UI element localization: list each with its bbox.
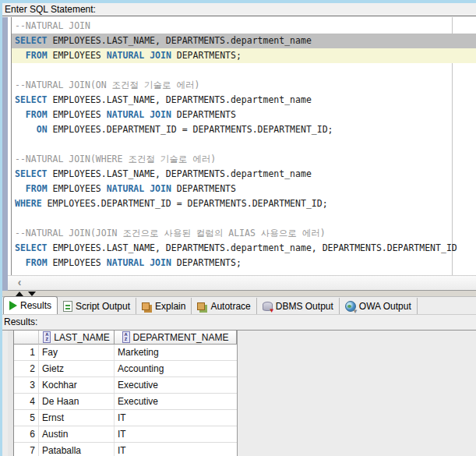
row-number-cell[interactable]: 4 xyxy=(14,394,39,409)
code-line[interactable]: ON EMPLOYEES.DEPARTMENT_ID = DEPARTMENTS… xyxy=(12,122,476,137)
sql-text: DEPARTMENTS xyxy=(171,183,236,194)
sql-text: DEPARTMENTS xyxy=(171,109,236,120)
column-header-department_name[interactable]: AZDEPARTMENT_NAME xyxy=(115,331,237,345)
sql-text: EMPLOYEES xyxy=(48,109,107,120)
code-line[interactable]: FROM EMPLOYEES NATURAL JOIN DEPARTMENTS xyxy=(12,108,476,122)
grid-header-row: AZLAST_NAMEAZDEPARTMENT_NAME xyxy=(14,331,237,345)
autotrace-icon xyxy=(197,302,205,310)
sql-text xyxy=(15,50,26,61)
sql-text: EMPLOYEES xyxy=(48,257,107,268)
tab-label: DBMS Output xyxy=(276,301,333,312)
tab-dbms-output[interactable]: DBMS Output xyxy=(257,298,340,314)
row-number-cell[interactable]: 2 xyxy=(14,361,39,376)
code-line[interactable]: SELECT EMPLOYEES.LAST_NAME, DEPARTMENTS.… xyxy=(12,241,476,256)
row-number-cell[interactable]: 5 xyxy=(14,410,39,426)
code-line[interactable]: WHERE EMPLOYEES.DEPARTMENT_ID = DEPARTME… xyxy=(12,196,476,211)
row-number-cell[interactable]: 1 xyxy=(14,345,39,360)
department-name-cell[interactable]: IT xyxy=(115,443,237,456)
sql-keyword: FROM xyxy=(26,50,48,61)
dbms-icon xyxy=(263,302,273,311)
table-row[interactable]: 2GietzAccounting xyxy=(14,361,237,377)
sql-keyword: ON xyxy=(37,124,48,135)
code-line[interactable]: FROM EMPLOYEES NATURAL JOIN DEPARTMENTS; xyxy=(12,256,476,270)
sql-keyword: JOIN xyxy=(150,183,171,194)
tab-results[interactable]: Results xyxy=(3,296,58,314)
row-number-cell[interactable]: 6 xyxy=(14,426,39,442)
code-line[interactable] xyxy=(12,137,476,152)
code-line[interactable]: --NATURAL JOIN(JOIN 조건으로 사용된 컬럼의 ALIAS 사… xyxy=(12,226,476,241)
code-line[interactable] xyxy=(12,63,476,78)
row-number-cell[interactable]: 7 xyxy=(14,443,39,456)
last-name-cell[interactable]: Pataballa xyxy=(39,443,115,456)
column-header-label: DEPARTMENT_NAME xyxy=(133,332,229,343)
sql-text: EMPLOYEES.LAST_NAME, DEPARTMENTS.departm… xyxy=(48,35,312,46)
sql-keyword: JOIN xyxy=(150,109,171,120)
sql-keyword: JOIN xyxy=(150,257,171,268)
last-name-cell[interactable]: Austin xyxy=(39,426,115,442)
department-name-cell[interactable]: IT xyxy=(115,426,237,442)
department-name-cell[interactable]: Executive xyxy=(115,394,237,409)
code-line[interactable]: --NATURAL JOIN xyxy=(12,19,476,34)
sql-text: EMPLOYEES.LAST_NAME, DEPARTMENTS.departm… xyxy=(48,242,457,253)
sql-code[interactable]: --NATURAL JOINSELECT EMPLOYEES.LAST_NAME… xyxy=(8,19,476,270)
sql-comment: --NATURAL JOIN(ON 조건절 기술로 에러) xyxy=(15,80,199,90)
sql-keyword: FROM xyxy=(26,109,48,120)
panel-splitter[interactable] xyxy=(2,291,476,297)
last-name-cell[interactable]: Gietz xyxy=(39,361,115,376)
sql-keyword: JOIN xyxy=(150,50,171,61)
column-header-label: LAST_NAME xyxy=(54,332,109,343)
tab-label: Script Output xyxy=(76,301,130,312)
last-name-cell[interactable]: Fay xyxy=(39,345,115,360)
sql-keyword: SELECT xyxy=(15,35,48,46)
sql-keyword: SELECT xyxy=(15,94,48,105)
row-number-cell[interactable]: 3 xyxy=(14,377,39,393)
table-row[interactable]: 3KochharExecutive xyxy=(14,377,237,394)
department-name-cell[interactable]: Executive xyxy=(115,377,237,393)
sql-text: EMPLOYEES.DEPARTMENT_ID = DEPARTMENTS.DE… xyxy=(48,124,333,135)
department-name-cell[interactable]: Marketing xyxy=(115,345,237,360)
last-name-cell[interactable]: De Haan xyxy=(39,394,115,409)
sql-text: EMPLOYEES.LAST_NAME, DEPARTMENTS.departm… xyxy=(48,168,312,179)
results-grid[interactable]: AZLAST_NAMEAZDEPARTMENT_NAME1FayMarketin… xyxy=(14,331,238,456)
code-line[interactable]: SELECT EMPLOYEES.LAST_NAME, DEPARTMENTS.… xyxy=(12,93,476,108)
sql-editor[interactable]: --NATURAL JOINSELECT EMPLOYEES.LAST_NAME… xyxy=(8,17,476,275)
script-icon xyxy=(63,301,72,312)
sql-keyword: SELECT xyxy=(15,242,48,253)
explain-icon xyxy=(142,302,150,310)
last-name-cell[interactable]: Ernst xyxy=(39,410,115,426)
last-name-cell[interactable]: Kochhar xyxy=(39,377,115,393)
tab-owa-output[interactable]: OWA Output xyxy=(340,298,418,314)
tab-script-output[interactable]: Script Output xyxy=(58,298,136,314)
sql-text: EMPLOYEES.LAST_NAME, DEPARTMENTS.departm… xyxy=(48,94,312,105)
table-row[interactable]: 1FayMarketing xyxy=(14,345,237,361)
play-icon xyxy=(9,301,17,310)
horizontal-scrollbar[interactable]: ‹ xyxy=(8,275,476,291)
owa-icon xyxy=(345,301,356,312)
tab-label: Autotrace xyxy=(210,301,250,312)
code-line[interactable] xyxy=(12,211,476,226)
sql-keyword: WHERE xyxy=(15,198,42,209)
code-line[interactable]: --NATURAL JOIN(ON 조건절 기술로 에러) xyxy=(12,78,476,93)
table-row[interactable]: 7PataballaIT xyxy=(14,443,237,456)
column-header-last_name[interactable]: AZLAST_NAME xyxy=(39,331,115,345)
sql-keyword: NATURAL xyxy=(107,109,144,120)
table-row[interactable]: 5ErnstIT xyxy=(14,410,237,426)
scroll-left-arrow-icon[interactable]: ‹ xyxy=(14,276,25,290)
code-line[interactable]: SELECT EMPLOYEES.LAST_NAME, DEPARTMENTS.… xyxy=(12,167,476,182)
sql-text: EMPLOYEES xyxy=(48,183,107,194)
department-name-cell[interactable]: IT xyxy=(115,410,237,426)
department-name-cell[interactable]: Accounting xyxy=(115,361,237,376)
code-line[interactable]: SELECT EMPLOYEES.LAST_NAME, DEPARTMENTS.… xyxy=(12,34,476,48)
tab-autotrace[interactable]: Autotrace xyxy=(192,298,256,314)
table-row[interactable]: 4De HaanExecutive xyxy=(14,394,237,410)
code-line[interactable]: FROM EMPLOYEES NATURAL JOIN DEPARTMENTS xyxy=(12,182,476,196)
sql-keyword: NATURAL xyxy=(107,50,144,61)
code-line[interactable]: --NATURAL JOIN(WHERE 조건절 기술로 에러) xyxy=(12,152,476,167)
tab-explain[interactable]: Explain xyxy=(136,298,192,314)
sql-text: EMPLOYEES xyxy=(48,50,107,61)
code-line[interactable]: FROM EMPLOYEES NATURAL JOIN DEPARTMENTS; xyxy=(12,48,476,63)
table-row[interactable]: 6AustinIT xyxy=(14,426,237,443)
results-grid-zone: AZLAST_NAMEAZDEPARTMENT_NAME1FayMarketin… xyxy=(2,331,476,456)
grid-left-gutter xyxy=(8,331,13,456)
sql-comment: --NATURAL JOIN xyxy=(15,20,90,31)
